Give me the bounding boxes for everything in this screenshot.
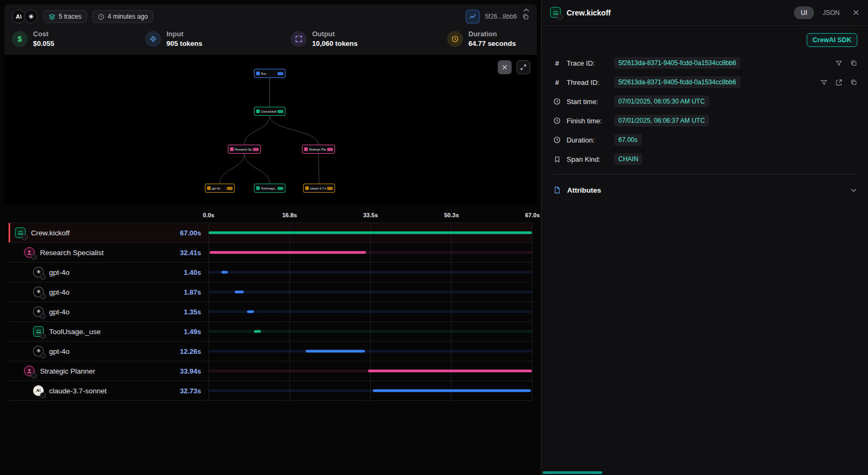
filter-icon[interactable] bbox=[821, 79, 827, 86]
span-bar[interactable] bbox=[306, 350, 365, 353]
timeline-row[interactable]: A\claude-3.7-sonnet32.73s bbox=[9, 381, 532, 400]
attributes-section-toggle[interactable]: Attributes bbox=[552, 180, 857, 200]
span-name: Research Specialist bbox=[40, 249, 103, 257]
span-bar[interactable] bbox=[209, 232, 532, 234]
attributes-label: Attributes bbox=[567, 186, 601, 194]
detail-value: 5f2613da-8371-9405-fcdd-0a1534cc8bb6 bbox=[614, 57, 740, 69]
span-name: ToolUsage._use bbox=[49, 328, 101, 336]
span-bar-track bbox=[209, 291, 532, 294]
sidebar-close-icon[interactable] bbox=[853, 9, 859, 16]
node-label: Research Specialist bbox=[235, 148, 252, 151]
graph-node-crew[interactable]: Crew.kickoff bbox=[254, 107, 285, 116]
graph-node-tool[interactable]: ToolUsage._use bbox=[254, 184, 285, 193]
span-duration: 1.87s bbox=[184, 288, 209, 296]
detail-label: Trace ID: bbox=[567, 59, 609, 67]
sdk-badge: CrewAI SDK bbox=[807, 33, 857, 47]
node-icon bbox=[304, 147, 308, 151]
timeline-row[interactable]: ✳gpt-4o12.26s bbox=[9, 341, 532, 361]
arrowsOut-icon bbox=[291, 31, 307, 47]
main-panel: A\ ✳ 5 traces 4 minutes ago 5f26...8bb6 … bbox=[0, 0, 541, 475]
axis-tick: 0.0s bbox=[203, 212, 214, 218]
span-name-cell: Research Specialist32.41s bbox=[9, 243, 209, 262]
trace-id-short: 5f26...8bb6 bbox=[485, 13, 517, 20]
stat-output: Output10,060 tokens bbox=[291, 30, 447, 48]
stat-input: Input905 tokens bbox=[145, 30, 291, 48]
chevron-down-icon[interactable] bbox=[850, 186, 857, 194]
span-duration: 12.26s bbox=[180, 347, 209, 355]
stat-label: Output bbox=[312, 30, 357, 38]
span-name: gpt-4o bbox=[49, 268, 69, 276]
span-bar-lane bbox=[209, 302, 532, 321]
tab-ui[interactable]: UI bbox=[794, 6, 814, 19]
traces-count-badge[interactable]: 5 traces bbox=[43, 10, 87, 23]
graph-expand-icon[interactable] bbox=[516, 60, 530, 74]
file-icon bbox=[552, 186, 562, 194]
timeline-row[interactable]: ✳gpt-4o1.40s bbox=[9, 262, 532, 282]
node-icon bbox=[256, 186, 260, 190]
timeline-row[interactable]: Strategic Planner33.94s bbox=[9, 361, 532, 381]
external-icon[interactable] bbox=[835, 79, 842, 86]
timeline-row[interactable]: ToolUsage._use1.49s bbox=[9, 321, 532, 341]
agent-icon bbox=[24, 247, 35, 258]
span-duration: 32.41s bbox=[180, 249, 209, 257]
span-name-cell: A\claude-3.7-sonnet32.73s bbox=[9, 381, 209, 400]
horizontal-scrollbar-thumb[interactable] bbox=[543, 471, 602, 474]
detail-value: CHAIN bbox=[614, 153, 642, 165]
graph-node-claude[interactable]: claude-3.7-sonnet bbox=[303, 184, 335, 193]
span-name: Crew.kickoff bbox=[31, 229, 70, 237]
crew-icon bbox=[15, 227, 26, 239]
copy-icon[interactable] bbox=[850, 79, 857, 86]
span-bar-lane bbox=[209, 263, 532, 282]
axis-tick: 16.8s bbox=[282, 212, 297, 218]
span-bar[interactable] bbox=[254, 330, 261, 333]
clock-icon bbox=[447, 31, 463, 47]
details-sidebar: Crew.kickoff UI JSON CrewAI SDK #Trace I… bbox=[541, 0, 868, 475]
filter-icon[interactable] bbox=[835, 60, 842, 67]
axis-tick: 67.0s bbox=[525, 212, 540, 218]
span-name: gpt-4o bbox=[49, 347, 69, 355]
stats-row: $Cost$0.055Input905 tokensOutput10,060 t… bbox=[4, 27, 537, 55]
span-name-cell: ✳gpt-4o1.87s bbox=[9, 282, 209, 302]
openai-icon[interactable]: ✳ bbox=[24, 10, 38, 23]
span-bar[interactable] bbox=[247, 311, 253, 313]
graph-node-run[interactable]: Run bbox=[254, 69, 285, 78]
clock-icon bbox=[98, 13, 105, 20]
stat-value: 905 tokens bbox=[166, 39, 202, 48]
graph-node-research[interactable]: Research Specialist bbox=[228, 145, 261, 154]
collapse-chevron-up-icon[interactable] bbox=[522, 6, 530, 14]
copy-icon[interactable] bbox=[850, 60, 857, 67]
openai-icon: ✳ bbox=[33, 267, 44, 278]
detail-label: Start time: bbox=[567, 98, 609, 106]
stat-value: 10,060 tokens bbox=[312, 39, 357, 48]
span-bar[interactable] bbox=[235, 291, 244, 294]
graph-node-strategic[interactable]: Strategic Planner bbox=[302, 145, 335, 154]
stat-value: $0.055 bbox=[33, 39, 54, 48]
node-icon bbox=[256, 109, 260, 113]
graph-node-gpt[interactable]: gpt-4o bbox=[205, 184, 235, 193]
time-ago-badge[interactable]: 4 minutes ago bbox=[92, 10, 153, 23]
timeline-row[interactable]: ✳gpt-4o1.35s bbox=[9, 302, 532, 321]
tab-json[interactable]: JSON bbox=[823, 9, 840, 17]
span-bar[interactable] bbox=[210, 251, 366, 254]
node-badge bbox=[277, 72, 283, 75]
openai-icon: ✳ bbox=[33, 346, 44, 357]
timeline-row[interactable]: ✳gpt-4o1.87s bbox=[9, 282, 532, 302]
bookmark-icon bbox=[552, 156, 562, 163]
span-bar[interactable] bbox=[373, 390, 531, 392]
span-bar[interactable] bbox=[368, 370, 532, 373]
stat-label: Duration bbox=[468, 30, 516, 38]
timeline-row[interactable]: Research Specialist32.41s bbox=[9, 242, 532, 262]
metrics-button[interactable] bbox=[466, 10, 480, 23]
traces-count-label: 5 traces bbox=[59, 13, 82, 20]
span-bar[interactable] bbox=[221, 271, 228, 274]
timeline-row[interactable]: Crew.kickoff67.00s bbox=[9, 223, 532, 242]
span-duration: 33.94s bbox=[180, 367, 209, 375]
node-badge bbox=[277, 187, 283, 190]
sidebar-span-icon-slot bbox=[550, 7, 561, 18]
span-duration: 32.73s bbox=[180, 387, 209, 395]
clock-icon bbox=[552, 136, 562, 144]
node-icon bbox=[256, 72, 260, 75]
hash-icon: # bbox=[552, 78, 562, 86]
graph-close-icon[interactable] bbox=[498, 60, 512, 74]
trace-summary: A\ ✳ 5 traces 4 minutes ago 5f26...8bb6 … bbox=[4, 4, 537, 55]
